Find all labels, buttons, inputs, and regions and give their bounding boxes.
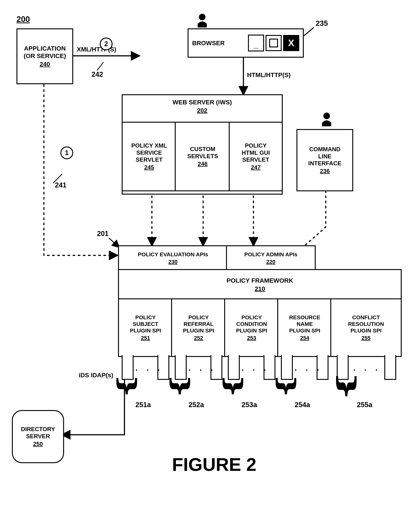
- spi-conflict-l1: CONFLICT: [352, 314, 380, 321]
- plugin-dots-251: . . .: [135, 363, 163, 373]
- servlet-xml-ref: 245: [144, 164, 154, 171]
- spi-condition-l1: POLICY: [241, 314, 262, 321]
- spi-subject-l1: POLICY: [135, 314, 156, 321]
- brace-253: }: [222, 377, 247, 395]
- application-l2: (OR SERVICE): [24, 52, 66, 60]
- ref-251a: 251a: [135, 401, 151, 409]
- spi-condition: POLICY CONDITION PLUGIN SPI 253: [224, 298, 279, 357]
- directory-l1: DIRECTORY: [21, 426, 55, 433]
- browser-box: BROWSER _ X: [188, 28, 304, 58]
- framework-ref: 210: [255, 285, 265, 293]
- ref-241: 241: [55, 181, 66, 189]
- api-admin-ref: 220: [266, 259, 275, 265]
- close-icon: X: [283, 35, 299, 51]
- servlet-custom-l1: CUSTOM: [190, 146, 215, 153]
- browser-label: BROWSER: [192, 39, 225, 47]
- spi-subject-l3: PLUGIN SPI: [130, 327, 161, 334]
- spi-resource-l2: NAME: [297, 321, 313, 327]
- spi-condition-ref: 253: [247, 335, 256, 341]
- application-ref: 240: [40, 60, 50, 68]
- servlet-custom-l2: SERVLETS: [187, 153, 218, 160]
- webserver-ref: 202: [197, 107, 208, 114]
- spi-conflict-l3: PLUGIN SPI: [350, 327, 382, 334]
- spi-conflict-l2: RESOLUTION: [348, 321, 384, 327]
- cli-l2: LINE: [318, 153, 331, 160]
- circle-1: 1: [60, 147, 73, 159]
- plugin-dots-252: . . .: [188, 363, 216, 373]
- plugin-dots-254: . . .: [295, 363, 322, 373]
- directory-ref: 250: [33, 441, 43, 447]
- spi-condition-l2: CONDITION: [236, 321, 267, 327]
- ref-252a: 252a: [188, 401, 204, 409]
- spi-subject: POLICY SUBJECT PLUGIN SPI 251: [118, 298, 173, 357]
- spi-resource-ref: 254: [300, 335, 309, 341]
- spi-resource-l3: PLUGIN SPI: [289, 327, 320, 334]
- circle-2: 2: [100, 38, 113, 50]
- api-eval-label: POLICY EVALUATION APIs: [138, 251, 208, 258]
- browser-ref: 235: [316, 19, 328, 27]
- cli-l3: INTERFACE: [308, 160, 341, 167]
- cli-l1: COMMAND: [309, 146, 340, 153]
- servlet-xml-l1: POLICY XML: [131, 142, 167, 149]
- ids-ldap-label: iDS IDAP(s): [79, 372, 113, 379]
- ref-254a: 254a: [295, 401, 310, 409]
- webserver-label: WEB SERVER (iWS): [173, 98, 232, 106]
- framework-box: POLICY FRAMEWORK 210: [118, 269, 402, 300]
- servlet-xml-l2: SERVICE: [136, 149, 162, 156]
- framework-label: POLICY FRAMEWORK: [226, 277, 293, 284]
- plugin-u-251-1: [122, 355, 134, 380]
- minimize-icon: _: [248, 35, 264, 51]
- application-l1: APPLICATION: [24, 45, 66, 52]
- plugin-u-254-1: [281, 355, 293, 380]
- servlet-xml: POLICY XML SERVICE SERVLET 245: [122, 122, 177, 191]
- spi-conflict-ref: 255: [362, 335, 371, 341]
- brace-255: }: [336, 375, 361, 397]
- ref-201: 201: [97, 230, 109, 238]
- brace-252: }: [169, 377, 194, 395]
- brace-251: }: [116, 377, 141, 395]
- spi-subject-ref: 251: [141, 335, 150, 341]
- svg-point-11: [323, 113, 330, 119]
- plugin-u-253-1: [228, 355, 240, 380]
- spi-referral-l1: POLICY: [188, 314, 209, 321]
- plugin-dots-255: . . .: [353, 363, 381, 373]
- ref-255a: 255a: [357, 401, 372, 409]
- maximize-icon: [266, 35, 282, 51]
- svg-line-1: [97, 62, 103, 71]
- plugin-dots-253: . . .: [242, 363, 269, 373]
- api-eval: POLICY EVALUATION APIs 230: [118, 245, 228, 271]
- api-admin-label: POLICY ADMIN APIs: [244, 251, 298, 258]
- brace-254: }: [275, 377, 300, 395]
- cli-box: COMMAND LINE INTERFACE 236: [297, 129, 353, 191]
- servlet-html-l3: SERVLET: [242, 156, 269, 163]
- servlet-html: POLICY HTML GUI SERVLET 247: [229, 122, 283, 191]
- cli-ref: 236: [320, 167, 330, 174]
- servlet-custom: CUSTOM SERVLETS 246: [175, 122, 231, 191]
- plugin-u-252-1: [175, 355, 187, 380]
- html-http-label: HTML/HTTP(S): [247, 71, 291, 79]
- spi-subject-l2: SUBJECT: [133, 321, 158, 327]
- spi-referral: POLICY REFERRAL PLUGIN SPI 252: [171, 298, 226, 357]
- servlet-html-ref: 247: [251, 164, 261, 171]
- spi-condition-l3: PLUGIN SPI: [236, 327, 267, 334]
- spi-referral-l3: PLUGIN SPI: [183, 327, 214, 334]
- servlet-xml-l3: SERVLET: [136, 156, 163, 163]
- spi-resource: RESOURCE NAME PLUGIN SPI 254: [277, 298, 332, 357]
- spi-conflict: CONFLICT RESOLUTION PLUGIN SPI 255: [330, 298, 402, 357]
- ref-253a: 253a: [242, 401, 257, 409]
- servlet-html-l2: HTML GUI: [242, 149, 270, 156]
- ref-242: 242: [91, 71, 103, 78]
- directory-server: DIRECTORY SERVER 250: [12, 410, 64, 463]
- figure-title: FIGURE 2: [172, 454, 256, 475]
- spi-referral-ref: 252: [194, 335, 203, 341]
- plugin-u-255-2: [384, 355, 396, 380]
- svg-line-9: [109, 238, 119, 247]
- application-box: APPLICATION (OR SERVICE) 240: [16, 28, 73, 84]
- spi-referral-l2: REFERRAL: [184, 321, 213, 327]
- api-admin: POLICY ADMIN APIs 220: [226, 245, 316, 271]
- svg-point-10: [199, 14, 206, 20]
- directory-l2: SERVER: [26, 433, 50, 440]
- servlet-custom-ref: 246: [198, 160, 208, 167]
- spi-resource-l1: RESOURCE: [289, 314, 320, 321]
- servlet-html-l1: POLICY: [245, 142, 267, 149]
